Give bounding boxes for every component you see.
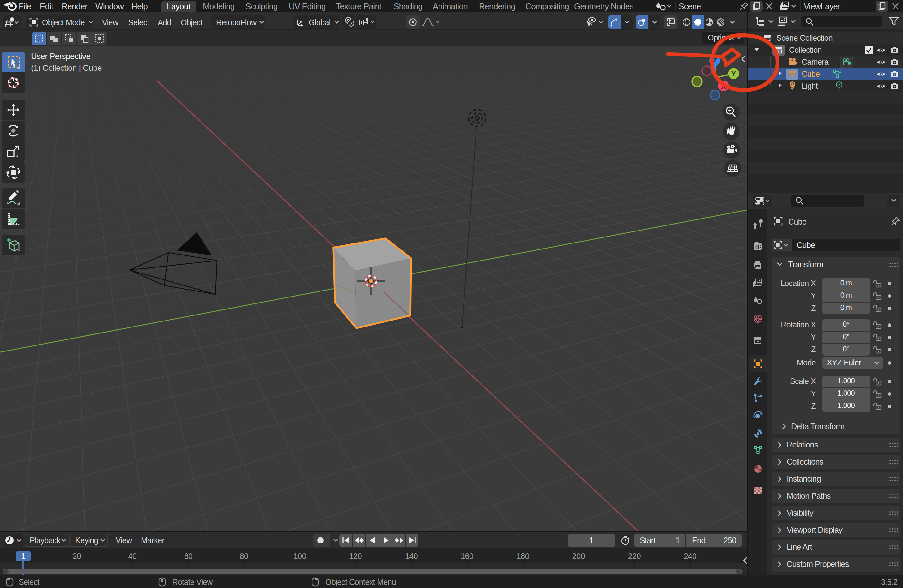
svg-text:Y: Y xyxy=(731,70,736,78)
svg-text:Z: Z xyxy=(713,57,717,65)
svg-text:X: X xyxy=(721,82,726,90)
